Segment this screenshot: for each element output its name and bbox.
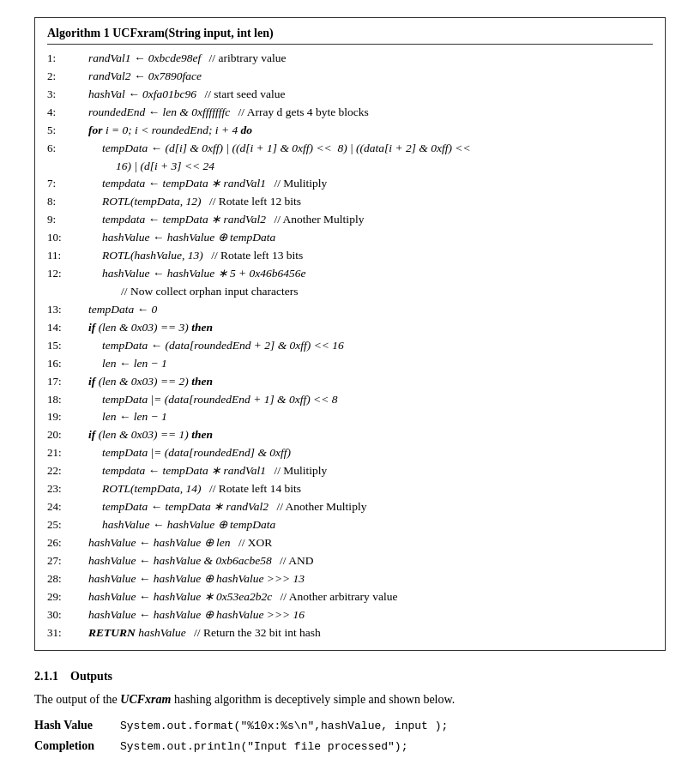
algo-line-6: 6: tempData ← (d[i] & 0xff) | ((d[i + 1]…: [47, 140, 653, 158]
algo-line-28: 28: hashValue ← hashValue ⊕ hashValue >>…: [47, 570, 653, 588]
algo-line-3: 3: hashVal ← 0xfa01bc96 // start seed va…: [47, 86, 653, 104]
algo-line-13: 13: tempData ← 0: [47, 301, 653, 319]
algo-line-2: 2: randVal2 ← 0x7890face: [47, 68, 653, 86]
algo-line-20: 20: if (len & 0x03) == 1) then: [47, 426, 653, 444]
algo-line-30: 30: hashValue ← hashValue ⊕ hashValue >>…: [47, 606, 653, 624]
algo-line-25: 25: hashValue ← hashValue ⊕ tempData: [47, 516, 653, 534]
algo-line-11: 11: ROTL(hashValue, 13) // Rotate left 1…: [47, 247, 653, 265]
algo-line-5: 5: for i = 0; i < roundedEnd; i + 4 do: [47, 122, 653, 140]
section-211-title: Outputs: [70, 670, 112, 683]
completion-row: Completion System.out.println("Input fil…: [34, 739, 666, 753]
algo-line-31: 31: RETURN hashValue // Return the 32 bi…: [47, 624, 653, 642]
algo-line-21: 21: tempData |= (data[roundedEnd] & 0xff…: [47, 444, 653, 462]
hash-value-code: System.out.format("%10x:%s\n",hashValue,…: [120, 720, 448, 732]
algo-line-9: 9: tempdata ← tempData ∗ randVal2 // Ano…: [47, 211, 653, 229]
ucfxram-name: UCFxram: [120, 693, 171, 706]
algo-line-17: 17: if (len & 0x03) == 2) then: [47, 373, 653, 391]
algo-line-23: 23: ROTL(tempData, 14) // Rotate left 14…: [47, 480, 653, 498]
algo-line-26: 26: hashValue ← hashValue ⊕ len // XOR: [47, 534, 653, 552]
algo-line-29: 29: hashValue ← hashValue ∗ 0x53ea2b2c /…: [47, 588, 653, 606]
algorithm-title: Algorithm 1: [47, 27, 110, 39]
algo-line-15: 15: tempData ← (data[roundedEnd + 2] & 0…: [47, 337, 653, 355]
algo-line-12: 12: hashValue ← hashValue ∗ 5 + 0x46b645…: [47, 265, 653, 283]
algo-line-22: 22: tempdata ← tempData ∗ randVal1 // Mu…: [47, 462, 653, 480]
algo-line-6b: 16) | (d[i + 3] << 24: [47, 158, 653, 176]
algo-line-12b: // Now collect orphan input characters: [47, 283, 653, 301]
algo-line-4: 4: roundedEnd ← len & 0xfffffffc // Arra…: [47, 104, 653, 122]
algo-line-18: 18: tempData |= (data[roundedEnd + 1] & …: [47, 391, 653, 409]
section-211-heading: 2.1.1 Outputs: [34, 670, 666, 684]
algo-line-24: 24: tempData ← tempData ∗ randVal2 // An…: [47, 498, 653, 516]
algo-line-14: 14: if (len & 0x03) == 3) then: [47, 319, 653, 337]
algo-line-7: 7: tempdata ← tempData ∗ randVal1 // Mul…: [47, 175, 653, 193]
completion-code: System.out.println("Input file processed…: [120, 740, 407, 753]
algorithm-lines: 1: randVal1 ← 0xbcde98ef // aribtrary va…: [47, 50, 653, 642]
algorithm-signature: UCFxram(String input, int len): [112, 27, 273, 39]
algo-line-19: 19: len ← len − 1: [47, 408, 653, 426]
algo-line-27: 27: hashValue ← hashValue & 0xb6acbe58 /…: [47, 552, 653, 570]
algo-line-8: 8: ROTL(tempData, 12) // Rotate left 12 …: [47, 193, 653, 211]
algo-line-16: 16: len ← len − 1: [47, 355, 653, 373]
algorithm-box: Algorithm 1 UCFxram(String input, int le…: [34, 17, 666, 651]
algorithm-header: Algorithm 1 UCFxram(String input, int le…: [47, 27, 653, 45]
section-211-number: 2.1.1: [34, 670, 58, 683]
hash-value-label: Hash Value: [34, 719, 120, 732]
section-211: 2.1.1 Outputs The output of the UCFxram …: [34, 670, 666, 752]
algo-line-10: 10: hashValue ← hashValue ⊕ tempData: [47, 229, 653, 247]
hash-value-row: Hash Value System.out.format("%10x:%s\n"…: [34, 719, 666, 732]
completion-label: Completion: [34, 739, 120, 753]
section-211-intro: The output of the UCFxram hashing algori…: [34, 690, 666, 709]
algo-line-1: 1: randVal1 ← 0xbcde98ef // aribtrary va…: [47, 50, 653, 68]
